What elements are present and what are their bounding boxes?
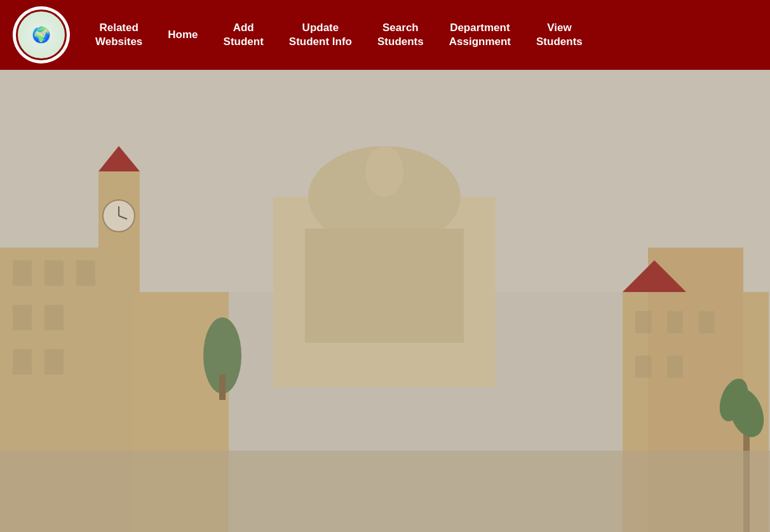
navbar: Related Websites Home Add Student Update… xyxy=(0,0,770,70)
nav-view-students[interactable]: View Students xyxy=(536,21,583,49)
nav-add-student[interactable]: Add Student xyxy=(224,21,264,49)
svg-rect-34 xyxy=(0,70,770,532)
nav-update-student-info[interactable]: Update Student Info xyxy=(289,21,352,49)
nav-related-websites[interactable]: Related Websites xyxy=(95,21,142,49)
nav-home[interactable]: Home xyxy=(168,28,198,42)
nav-department-assignment[interactable]: Department Assignment xyxy=(449,21,511,49)
logo-image xyxy=(16,10,67,60)
campus-background xyxy=(0,70,770,532)
logo xyxy=(13,6,70,63)
nav-search-students[interactable]: Search Students xyxy=(377,21,424,49)
nav-links: Related Websites Home Add Student Update… xyxy=(76,21,757,49)
main-content: Add Student Information ID: Name: Date o… xyxy=(0,70,770,532)
